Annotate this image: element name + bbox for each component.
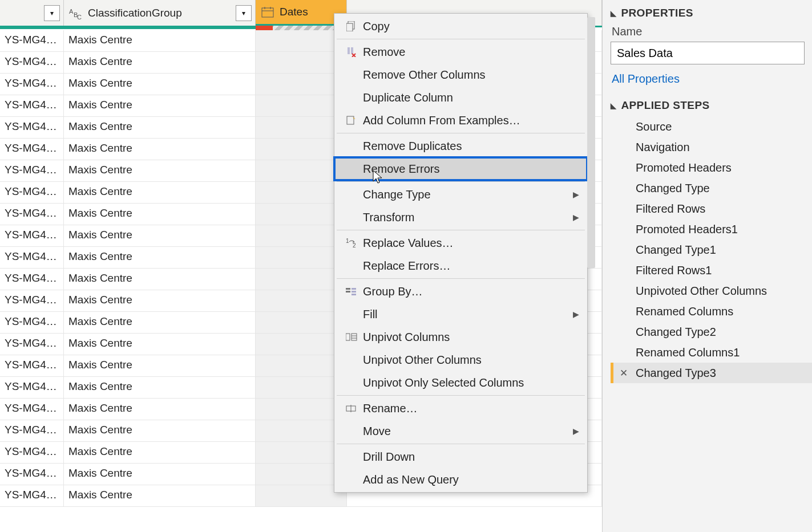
cell-code: YS-MG472… — [0, 247, 64, 268]
svg-rect-11 — [347, 116, 354, 124]
cell-code: YS-MG472… — [0, 355, 64, 376]
cell-code: YS-MG472… — [0, 225, 64, 246]
menu-separator — [337, 230, 585, 230]
cell-classification: Maxis Centre — [64, 420, 256, 441]
applied-step[interactable]: Source — [611, 116, 812, 137]
applied-step[interactable]: Promoted Headers — [611, 157, 812, 178]
rename-icon — [340, 404, 363, 413]
cell-dates — [256, 117, 347, 138]
column-header-classification[interactable]: ABC ClassificationGroup ▾ — [64, 0, 256, 26]
column-header-prev[interactable]: ▾ — [0, 0, 64, 26]
menu-label: Transform — [363, 211, 414, 224]
applied-step[interactable]: Filtered Rows — [611, 198, 812, 219]
menu-move[interactable]: Move ▶ — [334, 420, 587, 442]
cell-dates — [256, 139, 347, 160]
svg-rect-19 — [346, 334, 350, 340]
properties-header[interactable]: PROPERTIES — [611, 3, 812, 24]
text-type-icon: ABC — [67, 7, 84, 19]
menu-rename[interactable]: Rename… — [334, 397, 587, 420]
menu-add-from-examples[interactable]: Add Column From Examples… — [334, 109, 587, 132]
unpivot-icon — [340, 332, 363, 342]
menu-remove-duplicates[interactable]: Remove Duplicates — [334, 135, 587, 157]
cell-classification: Maxis Centre — [64, 485, 256, 506]
applied-step[interactable]: Renamed Columns — [611, 301, 812, 322]
applied-step[interactable]: Renamed Columns1 — [611, 342, 812, 363]
menu-unpivot-other[interactable]: Unpivot Other Columns — [334, 348, 587, 371]
menu-label: Replace Errors… — [363, 259, 450, 273]
applied-step[interactable]: Changed Type2 — [611, 322, 812, 342]
cell-dates — [256, 290, 347, 311]
cell-code: YS-MG472… — [0, 74, 64, 95]
cell-classification: Maxis Centre — [64, 52, 256, 73]
cursor-icon — [373, 170, 384, 185]
svg-text:2: 2 — [353, 242, 356, 247]
menu-label: Group By… — [363, 285, 422, 298]
menu-copy[interactable]: Copy — [334, 15, 587, 38]
right-panel: PROPERTIES Name All Properties APPLIED S… — [602, 0, 812, 532]
cell-code: YS-MG472… — [0, 290, 64, 311]
cell-classification: Maxis Centre — [64, 355, 256, 376]
menu-replace-errors[interactable]: Replace Errors… — [334, 254, 587, 277]
applied-step[interactable]: Unpivoted Other Columns — [611, 281, 812, 301]
menu-label: Add as New Query — [363, 473, 459, 486]
cell-dates — [256, 464, 347, 485]
menu-fill[interactable]: Fill ▶ — [334, 303, 587, 326]
menu-separator — [337, 39, 585, 39]
applied-step[interactable]: Changed Type — [611, 178, 812, 198]
applied-steps-header[interactable]: APPLIED STEPS — [611, 96, 812, 116]
cell-classification: Maxis Centre — [64, 95, 256, 116]
cell-dates — [256, 420, 347, 441]
delete-step-icon[interactable]: ✕ — [620, 367, 628, 379]
applied-step[interactable]: Promoted Headers1 — [611, 219, 812, 239]
menu-remove-other[interactable]: Remove Other Columns — [334, 63, 587, 86]
menu-unpivot[interactable]: Unpivot Columns — [334, 326, 587, 348]
menu-separator — [337, 133, 585, 133]
filter-dropdown-icon[interactable]: ▾ — [236, 5, 252, 21]
cell-code: YS-MG472… — [0, 377, 64, 398]
cell-dates — [256, 160, 347, 181]
menu-label: Unpivot Columns — [363, 331, 450, 344]
cell-dates — [256, 334, 347, 355]
svg-rect-17 — [352, 291, 356, 293]
menu-label: Move — [363, 425, 391, 438]
applied-step[interactable]: ✕Changed Type3 — [611, 363, 812, 383]
all-properties-link[interactable]: All Properties — [612, 72, 680, 86]
menu-group-by[interactable]: Group By… — [334, 280, 587, 303]
cell-classification: Maxis Centre — [64, 334, 256, 355]
name-input[interactable] — [611, 42, 805, 64]
menu-label: Change Type — [363, 188, 431, 201]
menu-label: Copy — [363, 20, 390, 33]
menu-label: Drill Down — [363, 450, 415, 464]
applied-step[interactable]: Navigation — [611, 137, 812, 157]
cell-classification: Maxis Centre — [64, 377, 256, 398]
cell-dates — [256, 312, 347, 333]
svg-rect-10 — [351, 47, 353, 54]
cell-code: YS-MG472… — [0, 204, 64, 225]
cell-dates — [256, 377, 347, 398]
cell-dates — [256, 95, 347, 116]
menu-label: Replace Values… — [363, 237, 454, 250]
menu-add-as-query[interactable]: Add as New Query — [334, 468, 587, 491]
svg-rect-15 — [346, 291, 350, 293]
cell-classification: Maxis Centre — [64, 269, 256, 290]
vertical-scrollbar[interactable] — [587, 17, 595, 268]
menu-replace-values[interactable]: 12 Replace Values… — [334, 232, 587, 254]
cell-classification: Maxis Centre — [64, 464, 256, 485]
cell-code: YS-MG472… — [0, 95, 64, 116]
column-header-dates[interactable]: Dates — [256, 0, 347, 26]
menu-change-type[interactable]: Change Type ▶ — [334, 183, 587, 206]
menu-duplicate[interactable]: Duplicate Column — [334, 86, 587, 109]
filter-dropdown-icon[interactable]: ▾ — [44, 5, 60, 21]
cell-classification: Maxis Centre — [64, 290, 256, 311]
applied-step[interactable]: Changed Type1 — [611, 239, 812, 260]
menu-unpivot-selected[interactable]: Unpivot Only Selected Columns — [334, 371, 587, 394]
svg-rect-18 — [352, 294, 356, 295]
menu-remove[interactable]: Remove — [334, 40, 587, 63]
menu-label: Rename… — [363, 402, 418, 415]
cell-dates — [256, 399, 347, 420]
menu-transform[interactable]: Transform ▶ — [334, 206, 587, 229]
applied-step[interactable]: Filtered Rows1 — [611, 260, 812, 281]
menu-drill-down[interactable]: Drill Down — [334, 445, 587, 468]
menu-label: Unpivot Other Columns — [363, 354, 482, 367]
cell-classification: Maxis Centre — [64, 117, 256, 138]
